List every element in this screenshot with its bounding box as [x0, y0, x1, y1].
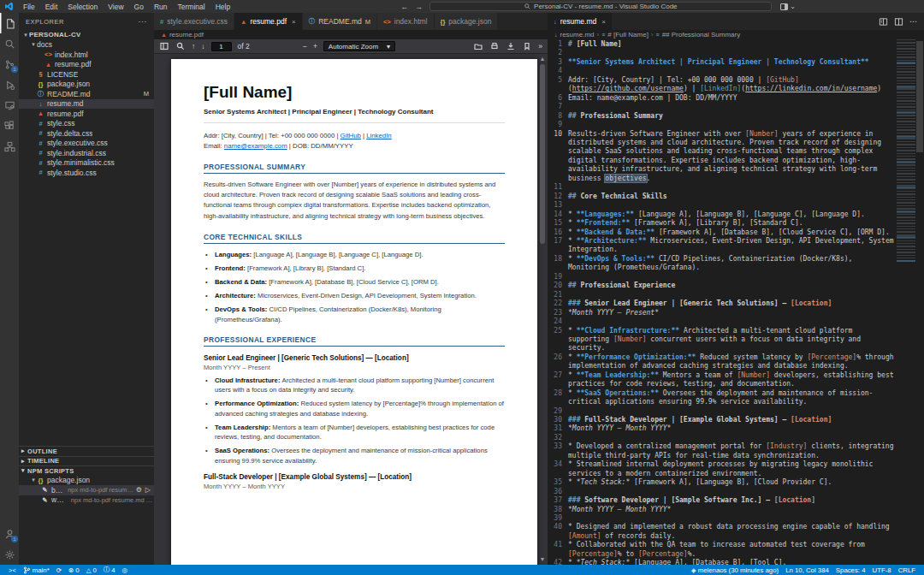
minimap[interactable] — [897, 39, 915, 262]
code-line[interactable]: 42* *Tech Stack:* [Language A], [Databas… — [548, 559, 897, 565]
customize-layout-icon[interactable] — [780, 3, 788, 10]
custom-extension-icon[interactable] — [0, 136, 19, 157]
npm-file-package-json[interactable]: ▾{}package.json — [19, 476, 154, 486]
editor-scrollbar[interactable] — [915, 39, 924, 565]
code-line[interactable]: 12## Core Technical Skills — [548, 193, 897, 201]
code-line[interactable]: 18* **DevOps & Tools:** CI/CD Pipelines,… — [548, 255, 897, 273]
code-line[interactable]: 30### Full-Stack Developer | [Example Gl… — [548, 416, 897, 424]
accounts-icon[interactable]: 1 — [0, 524, 19, 544]
code-line[interactable]: 33* Developed a centralized management p… — [548, 442, 897, 460]
status-info-icon[interactable]: ⓘ4 — [100, 566, 119, 574]
code-line[interactable]: 7 — [548, 103, 897, 111]
code-line[interactable]: 34* Streamlined internal deployment proc… — [548, 460, 897, 478]
pdf-page-down-icon[interactable]: ↓ — [201, 42, 204, 50]
file-row-resume-pdf[interactable]: ▲resume.pdf — [19, 60, 154, 70]
pdf-more-tools-icon[interactable]: » — [538, 42, 542, 50]
tab-package-json[interactable]: {}package.json — [435, 13, 499, 30]
command-center[interactable]: Personal-CV - resume.md - Visual Studio … — [429, 2, 772, 11]
explorer-more-actions-icon[interactable]: ··· — [139, 17, 148, 26]
file-row-style-delta-css[interactable]: #style.delta.css — [19, 128, 154, 139]
code-line[interactable]: 6Email: name@example.com | DOB: DD/MM/YY… — [548, 94, 897, 103]
pdf-link[interactable]: LinkedIn — [366, 132, 391, 139]
code-line[interactable]: 37### Software Developer | [Sample Softw… — [548, 496, 897, 505]
close-icon[interactable]: × — [292, 18, 296, 26]
status-spaces-4[interactable]: Spaces: 4 — [832, 566, 869, 574]
code-line[interactable]: 22### Senior Lead Engineer | [Generic Te… — [548, 299, 897, 308]
extensions-icon[interactable] — [0, 116, 19, 136]
status-warnings-icon[interactable]: △0 — [83, 566, 100, 574]
code-line[interactable]: 2 — [548, 49, 897, 57]
code-line[interactable]: 39 — [548, 514, 897, 523]
more-actions-icon[interactable]: ⋯ — [909, 17, 917, 26]
pdf-page-up-icon[interactable]: ↑ — [192, 42, 195, 50]
close-icon[interactable]: × — [601, 18, 606, 26]
code-editor[interactable]: 1# [Full Name]2 3**Senior Systems Archit… — [548, 39, 924, 565]
pdf-print-icon[interactable] — [489, 41, 500, 51]
code-line[interactable]: 28* **SaaS Operations:** Oversees the de… — [548, 389, 897, 407]
code-line[interactable]: 32 — [548, 434, 897, 442]
code-line[interactable]: 26* **Performance Optimization:** Reduce… — [548, 353, 897, 371]
code-line[interactable]: 31*Month YYYY – Month YYYY* — [548, 424, 897, 433]
code-line[interactable]: 13 — [548, 201, 897, 210]
menu-terminal[interactable]: Terminal — [174, 2, 210, 12]
search-icon[interactable] — [0, 33, 19, 54]
status-ln-10-col-384[interactable]: Ln 10, Col 384 — [782, 566, 832, 574]
tab-index-html[interactable]: <>index.html — [377, 13, 435, 30]
code-line[interactable]: 3**Senior Systems Architect | Principal … — [548, 58, 897, 67]
menu-file[interactable]: File — [19, 2, 39, 12]
file-row-index-html[interactable]: <>index.html — [19, 50, 154, 60]
debug-script-icon[interactable]: ⚙ — [136, 486, 142, 494]
status-remote-icon[interactable]: >< — [5, 566, 20, 574]
code-line[interactable]: 20## Professional Experience — [548, 282, 897, 290]
breadcrumb-item[interactable]: ## Professional Summary — [662, 31, 741, 39]
panel-npm-scripts[interactable]: ▾NPM SCRIPTS — [19, 465, 154, 476]
file-row-style-executive-css[interactable]: #style.executive.css — [19, 139, 154, 149]
history-back-icon[interactable]: ← — [400, 3, 408, 11]
status-sync-icon[interactable]: ⟳ — [53, 566, 65, 574]
menu-view[interactable]: View — [104, 2, 127, 12]
code-line[interactable]: 19 — [548, 273, 897, 282]
remote-explorer-icon[interactable] — [0, 95, 19, 116]
pdf-scrollbar[interactable]: ▲ ▼ — [539, 56, 546, 563]
status-utf-8[interactable]: UTF-8 — [869, 566, 895, 574]
code-line[interactable]: 27* **Team Leadership:** Mentors a team … — [548, 371, 897, 389]
file-row-style-css[interactable]: #style.css — [19, 119, 154, 129]
explorer-icon[interactable] — [0, 13, 19, 33]
file-row-resume-md[interactable]: ↓resume.md — [19, 99, 154, 110]
menu-edit[interactable]: Edit — [41, 2, 62, 12]
breadcrumb-item[interactable]: resume.md — [560, 31, 595, 39]
code-line[interactable]: 41* Collaborated with the QA team to inc… — [548, 541, 897, 559]
code-line[interactable]: 21 — [548, 291, 897, 299]
code-line[interactable]: 14* **Languages:** [Language A], [Langua… — [548, 210, 897, 219]
menu-help[interactable]: Help — [211, 2, 234, 12]
pdf-zoom-select[interactable]: Automatic Zoom ▾ — [323, 41, 395, 51]
split-editor-icon[interactable] — [894, 17, 903, 27]
run-debug-icon[interactable] — [0, 74, 19, 95]
file-row-resume-pdf[interactable]: ▲resume.pdf — [19, 109, 154, 119]
code-line[interactable]: 38*Month YYYY – Month YYYY* — [548, 506, 897, 514]
layout-controls[interactable]: ⌄ — [780, 3, 796, 10]
editor-scroll-thumb[interactable] — [916, 41, 923, 152]
code-line[interactable]: 16* **Backend & Data:** [Framework A], [… — [548, 228, 897, 237]
code-line[interactable]: 23*Month YYYY – Present* — [548, 309, 897, 317]
pdf-link[interactable]: GitHub — [341, 132, 361, 139]
menu-selection[interactable]: Selection — [63, 2, 102, 12]
code-line[interactable]: 36 — [548, 488, 897, 496]
npm-script-build[interactable]: ✎buildnpx md-to-pdf resume.md ...⚙▷ — [19, 485, 154, 495]
code-line[interactable]: 17* **Architecture:** Microservices, Eve… — [548, 237, 897, 255]
tab-resume-pdf[interactable]: ▲resume.pdf× — [234, 13, 303, 30]
status-errors-icon[interactable]: ⊗0 — [65, 566, 83, 574]
menu-go[interactable]: Go — [130, 2, 148, 12]
pdf-zoom-out-icon[interactable]: − — [303, 42, 307, 50]
pdf-bookmark-icon[interactable] — [522, 41, 532, 51]
status-commit-icon[interactable]: ◈melenaos (30 minutes ago) — [688, 566, 782, 574]
file-row-license[interactable]: §LICENSE — [19, 69, 154, 80]
source-control-icon[interactable]: 1 — [0, 54, 19, 74]
settings-gear-icon[interactable] — [0, 544, 19, 565]
pdf-link[interactable]: name@example.com — [224, 142, 287, 150]
code-line[interactable]: 1# [Full Name] — [548, 40, 897, 49]
file-row-personal-cv[interactable]: ▾PERSONAL-CV — [19, 30, 154, 40]
file-row-docs[interactable]: ▾docs — [19, 40, 154, 50]
history-forward-icon[interactable]: → — [415, 3, 423, 11]
run-script-icon[interactable]: ▷ — [145, 486, 151, 494]
